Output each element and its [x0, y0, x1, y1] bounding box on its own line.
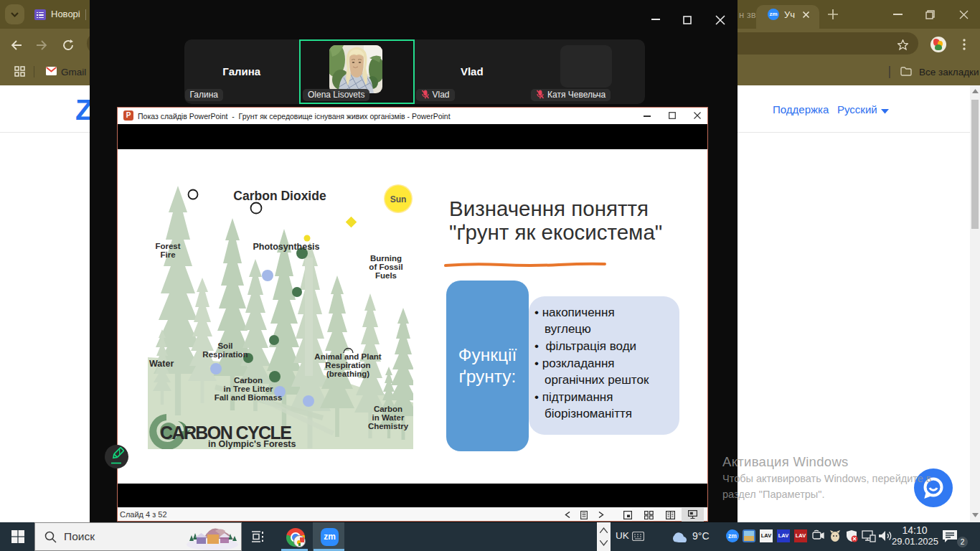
svg-text:in Olympic's Forests: in Olympic's Forests — [208, 439, 296, 449]
svg-text:Forest: Forest — [155, 242, 180, 250]
svg-text:(breathing): (breathing) — [326, 369, 369, 378]
svg-text:Carbon: Carbon — [234, 376, 263, 385]
svg-text:Water: Water — [149, 359, 174, 369]
svg-text:of Fossil: of Fossil — [369, 263, 402, 271]
svg-text:Fire: Fire — [160, 250, 175, 259]
svg-text:Carbon Dioxide: Carbon Dioxide — [233, 189, 326, 203]
svg-text:Photosynthesis: Photosynthesis — [253, 242, 319, 252]
svg-text:in Water: in Water — [372, 413, 405, 422]
svg-text:Fall and Biomass: Fall and Biomass — [215, 393, 283, 402]
svg-text:Chemistry: Chemistry — [368, 422, 409, 430]
svg-text:Soil: Soil — [217, 342, 232, 350]
svg-text:Sun: Sun — [390, 194, 407, 204]
svg-text:Burning: Burning — [370, 254, 402, 263]
svg-text:Fuels: Fuels — [375, 271, 397, 280]
svg-text:in Tree Litter: in Tree Litter — [223, 385, 273, 393]
svg-text:Respiration: Respiration — [202, 350, 248, 359]
svg-text:Animal and Plant: Animal and Plant — [314, 352, 381, 361]
svg-text:Carbon: Carbon — [374, 405, 402, 413]
svg-text:Respiration: Respiration — [325, 361, 370, 369]
